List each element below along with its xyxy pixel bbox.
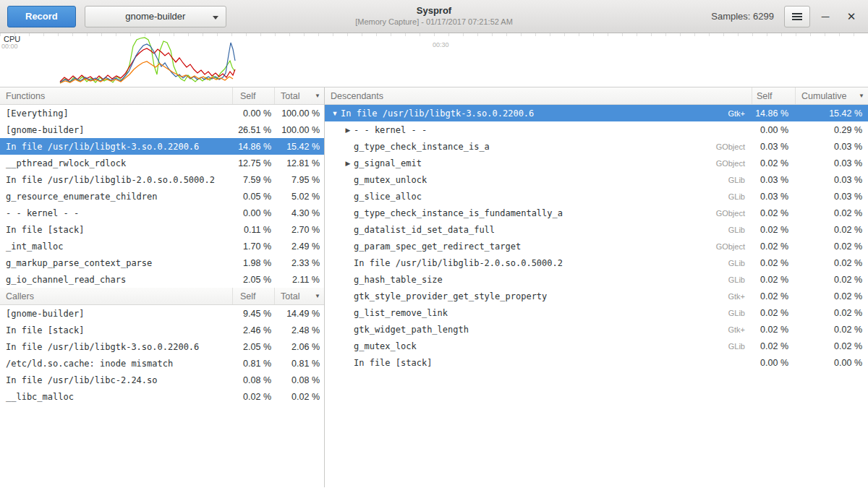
functions-self-column-header[interactable]: Self bbox=[233, 87, 275, 104]
function-row[interactable]: g_markup_parse_context_parse1.98 %2.33 % bbox=[0, 254, 324, 271]
functions-total-column-header[interactable]: Total ▼ bbox=[275, 87, 324, 104]
descendant-cumulative-cell: 0.02 % bbox=[796, 208, 868, 218]
function-total-cell: 2.33 % bbox=[275, 258, 324, 268]
descendant-name-cell: - - kernel - - bbox=[354, 125, 427, 135]
descendant-name-cell: g_type_check_instance_is_fundamentally_a bbox=[354, 208, 563, 218]
expander-closed-icon[interactable]: ▶ bbox=[342, 160, 354, 167]
descendant-cumulative-cell: 0.02 % bbox=[796, 258, 868, 268]
callers-table-header: Callers Self Total ▼ bbox=[0, 288, 324, 305]
descendant-cumulative-cell: 0.02 % bbox=[796, 225, 868, 235]
function-name-cell: In file /usr/lib/libglib-2.0.so.0.5000.2 bbox=[0, 175, 233, 185]
caller-row[interactable]: [gnome-builder]9.45 %14.49 % bbox=[0, 305, 324, 322]
descendant-self-cell: 0.02 % bbox=[752, 275, 796, 285]
caller-name-cell: In file /usr/lib/libgtk-3.so.0.2200.6 bbox=[0, 342, 233, 352]
caller-row[interactable]: /etc/ld.so.cache: inode mismatch0.81 %0.… bbox=[0, 355, 324, 372]
descendant-self-cell: 0.00 % bbox=[752, 358, 796, 368]
descendant-row[interactable]: g_param_spec_get_redirect_targetGObject0… bbox=[325, 238, 868, 254]
descendant-name-cell: g_slice_alloc bbox=[354, 192, 422, 202]
function-self-cell: 14.86 % bbox=[233, 142, 275, 152]
caller-row[interactable]: In file [stack]2.46 %2.48 % bbox=[0, 322, 324, 338]
functions-column-header[interactable]: Functions bbox=[0, 87, 233, 104]
descendant-row[interactable]: ▶- - kernel - -0.00 %0.29 % bbox=[325, 121, 868, 138]
minimize-button[interactable]: ─ bbox=[814, 6, 836, 27]
descendant-row[interactable]: In file [stack]0.00 %0.00 % bbox=[325, 354, 868, 371]
chevron-down-icon bbox=[213, 16, 218, 20]
function-row[interactable]: In file /usr/lib/libglib-2.0.so.0.5000.2… bbox=[0, 171, 324, 188]
category-label: GLib bbox=[728, 342, 752, 351]
descendant-self-cell: 14.86 % bbox=[752, 108, 796, 119]
caller-row[interactable]: In file /usr/lib/libc-2.24.so0.08 %0.08 … bbox=[0, 372, 324, 388]
callers-column-header[interactable]: Callers bbox=[0, 288, 233, 304]
callers-table: [gnome-builder]9.45 %14.49 %In file [sta… bbox=[0, 305, 324, 405]
caller-row[interactable]: In file /usr/lib/libgtk-3.so.0.2200.62.0… bbox=[0, 338, 324, 355]
cpu-timeline[interactable]: CPU 00:00 00:30 bbox=[0, 33, 868, 87]
descendant-cumulative-cell: 0.03 % bbox=[796, 192, 868, 202]
descendant-row[interactable]: g_slice_allocGLib0.03 %0.03 % bbox=[325, 188, 868, 205]
sort-arrow-icon: ▼ bbox=[859, 93, 864, 99]
function-row[interactable]: g_resource_enumerate_children0.05 %5.02 … bbox=[0, 188, 324, 205]
callers-self-column-header[interactable]: Self bbox=[233, 288, 275, 304]
descendant-row[interactable]: In file /usr/lib/libglib-2.0.so.0.5000.2… bbox=[325, 254, 868, 271]
descendants-self-column-header[interactable]: Self bbox=[752, 87, 796, 104]
function-name-cell: - - kernel - - bbox=[0, 208, 233, 218]
function-name-cell: In file /usr/lib/libgtk-3.so.0.2200.6 bbox=[0, 142, 233, 152]
descendant-row[interactable]: g_datalist_id_set_data_fullGLib0.02 %0.0… bbox=[325, 221, 868, 238]
descendant-row[interactable]: g_hash_table_sizeGLib0.02 %0.02 % bbox=[325, 271, 868, 288]
descendant-name-cell: g_hash_table_size bbox=[354, 275, 443, 285]
function-total-cell: 12.81 % bbox=[275, 158, 324, 168]
descendant-row[interactable]: ▼In file /usr/lib/libgtk-3.so.0.2200.6Gt… bbox=[325, 105, 868, 121]
descendant-row[interactable]: g_list_remove_linkGLib0.02 %0.02 % bbox=[325, 304, 868, 321]
left-panel: Functions Self Total ▼ [Everything]0.00 … bbox=[0, 87, 324, 487]
function-self-cell: 0.00 % bbox=[233, 208, 275, 218]
caller-name-cell: In file [stack] bbox=[0, 325, 233, 335]
function-row[interactable]: g_io_channel_read_chars2.05 %2.11 % bbox=[0, 271, 324, 288]
main-content: Functions Self Total ▼ [Everything]0.00 … bbox=[0, 87, 868, 487]
sort-arrow-icon: ▼ bbox=[315, 293, 320, 299]
function-row[interactable]: In file /usr/lib/libgtk-3.so.0.2200.614.… bbox=[0, 138, 324, 155]
caller-name-cell: __libc_malloc bbox=[0, 392, 233, 402]
function-total-cell: 2.49 % bbox=[275, 241, 324, 252]
function-row[interactable]: __pthread_rwlock_rdlock12.75 %12.81 % bbox=[0, 155, 324, 171]
record-button[interactable]: Record bbox=[7, 6, 76, 27]
descendant-cumulative-cell: 0.02 % bbox=[796, 341, 868, 351]
expander-closed-icon[interactable]: ▶ bbox=[342, 127, 354, 134]
descendant-row[interactable]: g_type_check_instance_is_fundamentally_a… bbox=[325, 205, 868, 221]
function-row[interactable]: [gnome-builder]26.51 %100.00 % bbox=[0, 121, 324, 138]
caller-name-cell: [gnome-builder] bbox=[0, 309, 233, 319]
caller-row[interactable]: __libc_malloc0.02 %0.02 % bbox=[0, 388, 324, 405]
function-self-cell: 0.05 % bbox=[233, 192, 275, 202]
function-total-cell: 2.70 % bbox=[275, 225, 324, 235]
hamburger-icon bbox=[792, 13, 802, 14]
descendant-self-cell: 0.02 % bbox=[752, 241, 796, 252]
descendant-name-cell: g_mutex_unlock bbox=[354, 175, 427, 185]
caller-total-cell: 14.49 % bbox=[275, 309, 324, 319]
descendant-row[interactable]: gtk_style_provider_get_style_propertyGtk… bbox=[325, 288, 868, 304]
descendants-panel: Descendants Self Cumulative ▼ ▼In file /… bbox=[325, 87, 868, 487]
descendant-self-cell: 0.02 % bbox=[752, 158, 796, 168]
descendant-name-cell: g_mutex_lock bbox=[354, 341, 417, 351]
function-self-cell: 2.05 % bbox=[233, 275, 275, 285]
caller-self-cell: 2.46 % bbox=[233, 325, 275, 335]
expander-open-icon[interactable]: ▼ bbox=[329, 110, 341, 117]
process-selector-dropdown[interactable]: gnome-builder bbox=[85, 6, 226, 27]
caller-self-cell: 2.05 % bbox=[233, 342, 275, 352]
function-row[interactable]: - - kernel - -0.00 %4.30 % bbox=[0, 205, 324, 221]
function-name-cell: [Everything] bbox=[0, 108, 233, 119]
function-row[interactable]: _int_malloc1.70 %2.49 % bbox=[0, 238, 324, 254]
descendant-row[interactable]: g_mutex_unlockGLib0.03 %0.03 % bbox=[325, 171, 868, 188]
descendant-row[interactable]: g_type_check_instance_is_aGObject0.03 %0… bbox=[325, 138, 868, 155]
function-row[interactable]: In file [stack]0.11 %2.70 % bbox=[0, 221, 324, 238]
descendant-row[interactable]: gtk_widget_path_lengthGtk+0.02 %0.02 % bbox=[325, 321, 868, 338]
menu-button[interactable] bbox=[784, 6, 810, 27]
caller-self-cell: 0.08 % bbox=[233, 375, 275, 385]
function-row[interactable]: [Everything]0.00 %100.00 % bbox=[0, 105, 324, 121]
descendant-row[interactable]: ▶g_signal_emitGObject0.02 %0.03 % bbox=[325, 155, 868, 171]
category-label: GLib bbox=[728, 176, 752, 184]
close-button[interactable]: ✕ bbox=[841, 6, 862, 27]
callers-total-column-header[interactable]: Total ▼ bbox=[275, 288, 324, 304]
descendant-self-cell: 0.03 % bbox=[752, 142, 796, 152]
descendant-row[interactable]: g_mutex_lockGLib0.02 %0.02 % bbox=[325, 338, 868, 354]
function-self-cell: 1.98 % bbox=[233, 258, 275, 268]
descendants-column-header[interactable]: Descendants bbox=[325, 87, 752, 104]
descendants-cumulative-column-header[interactable]: Cumulative ▼ bbox=[796, 87, 868, 104]
